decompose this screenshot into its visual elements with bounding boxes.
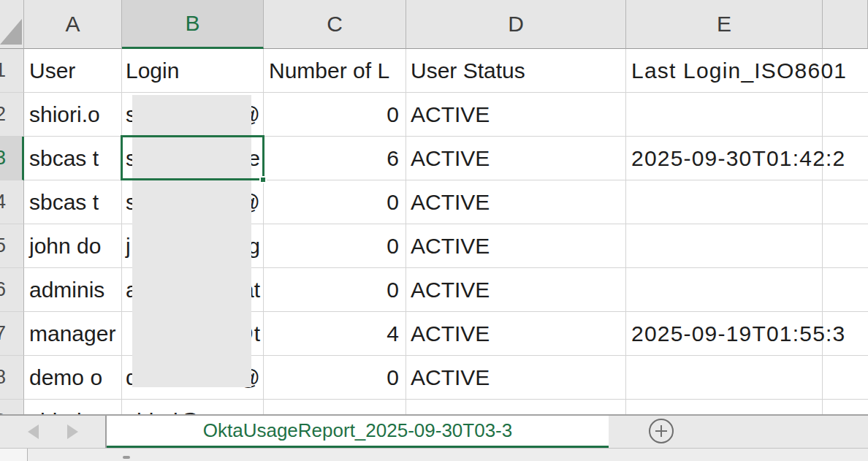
select-all-triangle-icon — [0, 15, 22, 45]
cell-D4[interactable]: ACTIVE — [406, 180, 626, 224]
cell-D8[interactable]: ACTIVE — [406, 356, 626, 400]
cell-text: 0 — [387, 365, 399, 390]
cell-E7[interactable]: 2025-09-19T01:55:3 — [626, 312, 823, 356]
row-number: 3 — [0, 146, 6, 169]
cell-E4[interactable] — [626, 180, 823, 224]
cell-F8[interactable] — [823, 356, 868, 400]
row-number: 6 — [0, 278, 6, 300]
cell-E5[interactable] — [626, 224, 823, 268]
cell-text: 6 — [387, 146, 399, 171]
cell-C6[interactable]: 0 — [264, 268, 406, 312]
cell-C2[interactable]: 0 — [264, 93, 406, 137]
cell-E8[interactable] — [626, 356, 823, 400]
cell-E1[interactable]: Last Login_ISO8601 — [626, 49, 823, 93]
cell-text: User — [29, 58, 75, 83]
cell-A3[interactable]: sbcas t — [24, 137, 122, 180]
cell-D3[interactable]: ACTIVE — [406, 137, 626, 180]
cell-A5[interactable]: john do — [24, 224, 122, 268]
cell-D7[interactable]: ACTIVE — [406, 312, 626, 356]
row-header-3[interactable]: 3 — [0, 137, 24, 180]
cell-C3[interactable]: 6 — [264, 137, 406, 180]
cell-A4[interactable]: sbcas t — [24, 180, 122, 224]
cell-C4[interactable]: 0 — [264, 180, 406, 224]
spreadsheet: ABCDE 123456789 UserLoginNumber of LUser… — [0, 0, 868, 461]
row-number: 4 — [0, 190, 6, 213]
cell-F6[interactable] — [823, 268, 868, 312]
row-header-8[interactable]: 8 — [0, 356, 24, 400]
cell-F1[interactable] — [823, 49, 868, 93]
row-header-2[interactable]: 2 — [0, 93, 24, 137]
cell-text: 2025-09-19T01:55:3 — [631, 321, 845, 346]
cell-text: ACTIVE — [411, 321, 490, 346]
cell-A7[interactable]: manager — [24, 312, 122, 356]
cell-text: 4 — [387, 321, 399, 346]
column-header-D[interactable]: D — [406, 0, 626, 49]
cell-F5[interactable] — [823, 224, 868, 268]
column-header-E[interactable]: E — [626, 0, 823, 49]
cell-E2[interactable] — [626, 93, 823, 137]
cell-text: User Status — [411, 58, 525, 83]
cell-D6[interactable]: ACTIVE — [406, 268, 626, 312]
column-header-B[interactable]: B — [122, 0, 264, 49]
cell-text: Last Login_ISO8601 — [631, 58, 847, 83]
row-header-7[interactable]: 7 — [0, 312, 24, 356]
cell-F4[interactable] — [823, 180, 868, 224]
column-letter: D — [508, 12, 524, 37]
selected-cell-outline — [121, 135, 264, 180]
status-bar-corner — [0, 449, 28, 461]
cell-D1[interactable]: User Status — [406, 49, 626, 93]
cell-text: ACTIVE — [411, 146, 490, 171]
cell-text: john do — [29, 234, 101, 259]
cell-text: 2025-09-30T01:42:2 — [631, 146, 845, 171]
cell-D2[interactable]: ACTIVE — [406, 93, 626, 137]
cell-D5[interactable]: ACTIVE — [406, 224, 626, 268]
row-header-6[interactable]: 6 — [0, 268, 24, 312]
cell-C5[interactable]: 0 — [264, 224, 406, 268]
fill-handle[interactable] — [259, 176, 267, 183]
cell-text: 0 — [387, 190, 399, 215]
sheet-tab-bar: OktaUsageReport_2025-09-30T03-3 — [0, 414, 868, 448]
cell-text: manager — [29, 321, 115, 346]
cell-text: Login — [126, 58, 179, 83]
cell-text: ACTIVE — [411, 190, 490, 215]
cell-F2[interactable] — [823, 93, 868, 137]
cell-text: 0 — [387, 278, 399, 302]
column-header-A[interactable]: A — [24, 0, 122, 49]
cell-A1[interactable]: User — [24, 49, 122, 93]
cell-C7[interactable]: 4 — [264, 312, 406, 356]
column-header-partial[interactable] — [823, 0, 868, 49]
cell-A6[interactable]: adminis — [24, 268, 122, 312]
row-header-1[interactable]: 1 — [0, 49, 24, 93]
select-all-corner[interactable] — [0, 0, 24, 49]
row-header-5[interactable]: 5 — [0, 224, 24, 268]
cell-F7[interactable] — [823, 312, 868, 356]
row-number: 7 — [0, 321, 6, 344]
cell-C1[interactable]: Number of L — [264, 49, 406, 93]
cell-text: sbcas t — [29, 190, 99, 215]
sheet-tab-label: OktaUsageReport_2025-09-30T03-3 — [203, 419, 512, 442]
cell-F3[interactable] — [823, 137, 868, 180]
row-number: 5 — [0, 234, 6, 256]
cell-text: 0 — [387, 234, 399, 259]
cell-B1[interactable]: Login — [122, 49, 264, 93]
row-header-4[interactable]: 4 — [0, 180, 24, 224]
cell-A2[interactable]: shiori.o — [24, 93, 122, 137]
row-number: 8 — [0, 365, 6, 388]
status-bar — [0, 448, 868, 461]
table-row: UserLoginNumber of LUser StatusLast Logi… — [24, 49, 868, 93]
cell-text-left-fragment: j — [126, 234, 131, 259]
column-letter: B — [185, 11, 199, 36]
sheet-nav-zone — [0, 416, 107, 448]
cell-E3[interactable]: 2025-09-30T01:42:2 — [626, 137, 823, 180]
cell-E6[interactable] — [626, 268, 823, 312]
cell-text: demo o — [29, 365, 102, 390]
column-letter: E — [717, 12, 731, 37]
column-letter: A — [65, 12, 80, 37]
new-sheet-button[interactable] — [649, 419, 674, 443]
next-sheet-arrow-icon[interactable] — [67, 424, 78, 439]
active-sheet-tab[interactable]: OktaUsageReport_2025-09-30T03-3 — [107, 416, 609, 448]
prev-sheet-arrow-icon[interactable] — [28, 424, 39, 439]
column-header-C[interactable]: C — [264, 0, 406, 49]
cell-C8[interactable]: 0 — [264, 356, 406, 400]
cell-A8[interactable]: demo o — [24, 356, 122, 400]
